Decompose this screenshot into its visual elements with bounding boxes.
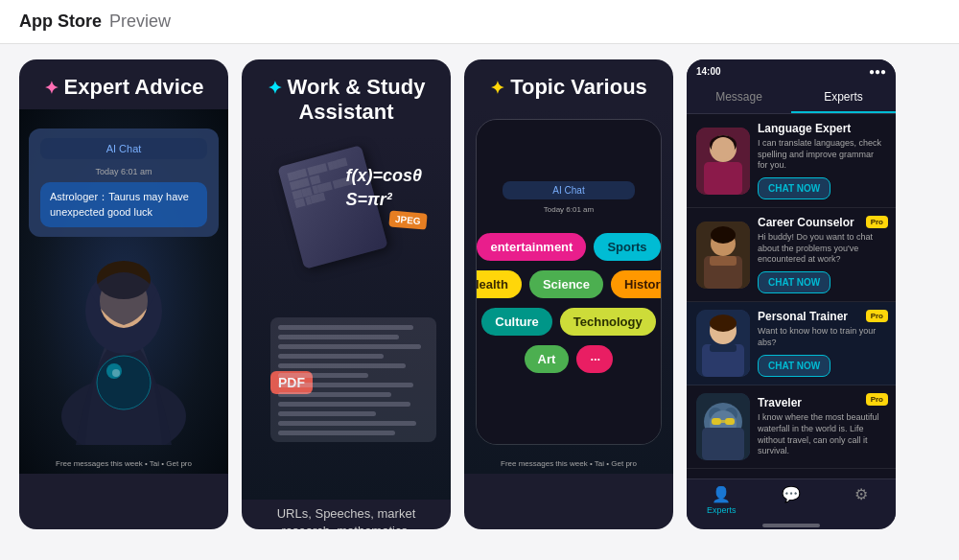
- work-study-card: ✦Work & StudyAssistant ████ ████ ███████…: [242, 59, 451, 529]
- svg-rect-29: [712, 418, 721, 425]
- card3-ai-chat-bar: AI Chat: [503, 181, 635, 199]
- person-svg-trainer: [696, 310, 750, 377]
- inner-phone-frame: AI Chat Today 6:01 am entertainment Spor…: [476, 119, 662, 445]
- expert-desc-trainer: Want to know how to train your abs?: [758, 326, 886, 348]
- card3-bottom-bar: Free messages this week • Tai • Get pro: [501, 459, 637, 468]
- chat-btn-language[interactable]: CHAT NOW: [758, 177, 830, 199]
- experts-list: Language Expert I can translate language…: [687, 114, 896, 478]
- tag-science[interactable]: Science: [529, 270, 603, 298]
- app-store-title: App Store: [19, 12, 102, 32]
- svg-point-13: [712, 137, 735, 160]
- card3-date: Today 6:01 am: [544, 205, 594, 214]
- expert-advice-card: ✦Expert Advice AI Chat Today 6:01 am Ast…: [19, 59, 228, 529]
- expert-desc-traveler: I know where the most beautiful waterfal…: [758, 412, 886, 457]
- expert-info-language: Language Expert I can translate language…: [758, 122, 886, 199]
- card4-top-bar: 14:00 ●●●: [687, 59, 896, 82]
- settings-nav-icon: ⚙: [854, 485, 868, 503]
- nav-settings[interactable]: ⚙: [826, 485, 896, 515]
- tag-entertainment[interactable]: entertainment: [477, 233, 586, 261]
- tag-sports[interactable]: Sports: [594, 233, 660, 261]
- svg-point-17: [711, 226, 736, 244]
- experts-card: 14:00 ●●● Message Experts: [687, 59, 896, 529]
- tag-history[interactable]: History: [611, 270, 662, 298]
- tag-health[interactable]: Health: [476, 270, 522, 298]
- card1-title: ✦Expert Advice: [19, 59, 228, 109]
- expert-name-language: Language Expert: [758, 122, 886, 135]
- card1-body: AI Chat Today 6:01 am Astrologer：Taurus …: [19, 109, 228, 474]
- avatar-language: [696, 128, 750, 195]
- tags-row-3: Culture Technology: [481, 308, 655, 336]
- pro-badge-trainer: Pro: [866, 310, 888, 322]
- card2-bottom-text: URLs, Speeches, market research, mathema…: [242, 500, 451, 529]
- ai-chat-bar: AI Chat: [40, 138, 207, 159]
- card4-tabs: Message Experts: [687, 82, 896, 114]
- tags-container: entertainment Sports Health Science Hist…: [476, 223, 662, 383]
- card2-body: ████ ████ ████████ ██████ ████ ██████ ██…: [242, 135, 451, 500]
- app-store-header: App Store Preview: [0, 0, 959, 44]
- document-item: [270, 317, 436, 442]
- svg-rect-23: [710, 344, 737, 352]
- astrologer-figure: [47, 196, 200, 445]
- tag-more[interactable]: ···: [576, 345, 613, 373]
- topic-various-card: ✦Topic Various AI Chat Today 6:01 am ent…: [464, 59, 673, 529]
- tag-art[interactable]: Art: [525, 345, 570, 373]
- tab-experts[interactable]: Experts: [791, 82, 896, 113]
- card4-bottom-nav: 👤 Experts 💬 ⚙: [687, 478, 896, 521]
- expert-info-traveler: Traveler I know where the most beautiful…: [758, 396, 886, 457]
- experts-nav-label: Experts: [707, 505, 737, 515]
- expert-item-traveler[interactable]: Pro: [687, 385, 896, 469]
- avatar-traveler: [696, 393, 750, 460]
- person-svg-language: [696, 128, 750, 195]
- person-svg-career: [696, 222, 750, 289]
- star-icon-2: ✦: [268, 79, 282, 98]
- chat-btn-trainer[interactable]: CHAT NOW: [758, 355, 830, 377]
- tags-row-4: Art ···: [525, 345, 614, 373]
- expert-item-language[interactable]: Language Expert I can translate language…: [687, 114, 896, 208]
- expert-item-career[interactable]: Pro Career Counselor Hi buddy! Do you wa…: [687, 208, 896, 302]
- message-nav-icon: 💬: [782, 485, 801, 503]
- tag-technology[interactable]: Technology: [560, 308, 656, 336]
- tags-row-2: Health Science History: [476, 270, 662, 298]
- main-content: ✦Expert Advice AI Chat Today 6:01 am Ast…: [0, 44, 959, 545]
- star-icon-1: ✦: [44, 79, 58, 98]
- expert-desc-career: Hi buddy! Do you want to chat about the …: [758, 232, 886, 266]
- avatar-trainer: [696, 310, 750, 377]
- svg-rect-12: [704, 162, 742, 195]
- battery-icons: ●●●: [869, 66, 886, 77]
- expert-item-trainer[interactable]: Pro Personal Trainer Want to know how to…: [687, 302, 896, 385]
- expert-desc-language: I can translate languages, check spellin…: [758, 138, 886, 172]
- experts-nav-icon: 👤: [712, 485, 731, 503]
- chat-date: Today 6:01 am: [40, 167, 207, 176]
- tags-row-1: entertainment Sports: [477, 233, 660, 261]
- card1-bottom-bar: Free messages this week • Tai • Get pro: [56, 459, 192, 468]
- tab-message[interactable]: Message: [687, 82, 791, 113]
- svg-point-21: [710, 315, 737, 332]
- svg-point-8: [112, 369, 120, 377]
- svg-rect-18: [710, 256, 737, 266]
- jpeg-badge: JPEG: [389, 210, 428, 229]
- pro-badge-career: Pro: [866, 216, 888, 228]
- pro-badge-traveler: Pro: [866, 393, 888, 406]
- card4-time: 14:00: [696, 66, 721, 77]
- scrollbar-indicator: [762, 524, 820, 527]
- svg-rect-32: [702, 428, 744, 460]
- svg-rect-31: [721, 420, 725, 423]
- card2-title: ✦Work & StudyAssistant: [242, 59, 451, 135]
- card3-body: AI Chat Today 6:01 am entertainment Spor…: [464, 109, 673, 474]
- preview-label: Preview: [109, 12, 171, 32]
- star-icon-3: ✦: [490, 79, 504, 98]
- person-svg-traveler: [696, 393, 750, 460]
- nav-experts[interactable]: 👤 Experts: [687, 485, 757, 515]
- card1-background: AI Chat Today 6:01 am Astrologer：Taurus …: [19, 109, 228, 474]
- tag-culture[interactable]: Culture: [481, 308, 552, 336]
- formula-text: f(x)=cosθ S=πr²: [345, 164, 422, 212]
- svg-rect-30: [725, 418, 735, 425]
- card3-title: ✦Topic Various: [464, 59, 673, 109]
- nav-message[interactable]: 💬: [757, 485, 827, 515]
- chat-btn-career[interactable]: CHAT NOW: [758, 271, 830, 293]
- avatar-career: [696, 222, 750, 289]
